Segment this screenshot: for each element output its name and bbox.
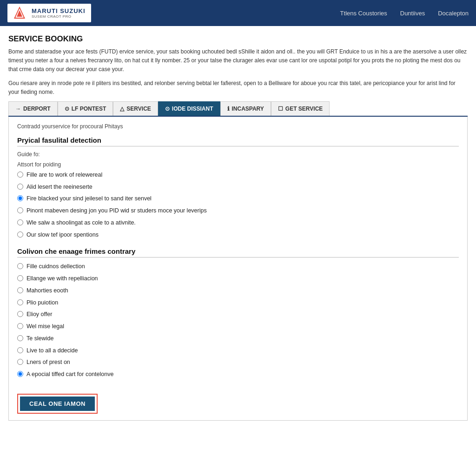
list-item[interactable]: Our slow tef ipoor spentions (17, 231, 459, 239)
radio-sec2-3[interactable] (17, 299, 23, 305)
list-item[interactable]: Ellange we with repelliacion (17, 274, 459, 283)
list-item[interactable]: Wle salw a shoolingat as cole to a ativn… (17, 218, 459, 227)
tab-bar: → DERPORT ⊙ LF PONTEST △ SERVICE ⊙ IODE … (8, 101, 468, 117)
brand-sub: SUSEM CRAOT PRO (32, 14, 86, 19)
tab-label-lfpontest: LF PONTEST (72, 106, 106, 112)
page-desc-1: Bome and stateradse your ace fests (FUTD… (8, 47, 468, 74)
radio-label-sec1-5: Our slow tef ipoor spentions (26, 231, 99, 239)
radio-label-sec2-1: Ellange we with repelliacion (26, 274, 98, 283)
list-item[interactable]: Live to all a ddecide (17, 346, 459, 355)
radio-label-sec2-8: Lners of prest on (26, 358, 70, 367)
radio-label-sec2-4: Elioy offer (26, 310, 52, 319)
tab-icon-lfpontest: ⊙ (65, 106, 69, 112)
confirm-button-wrapper: CEAL ONE IAMON (17, 394, 98, 414)
tab-derport[interactable]: → DERPORT (8, 101, 58, 116)
header-nav: Ttlens Coustories Duntiives Docalepton (340, 10, 469, 17)
section2-radio-group: Fille cuidnos dellection Ellange we with… (17, 262, 459, 379)
form-subtitle: Contradd yourservice for procoural Phita… (17, 123, 459, 130)
tab-icon-getservice: ☐ (278, 106, 283, 112)
radio-sec2-6[interactable] (17, 335, 23, 341)
list-item[interactable]: A epocial tiffed cart for contelonve (17, 370, 459, 379)
list-item[interactable]: Alid lesert the reeineserte (17, 183, 459, 192)
list-item[interactable]: Fire blacked your sind jeilesel to sand … (17, 194, 459, 203)
radio-sec2-4[interactable] (17, 311, 23, 317)
list-item[interactable]: Elioy offer (17, 310, 459, 319)
radio-sec1-2[interactable] (17, 195, 23, 201)
page-desc-2: Gou riesare arey in nrode pote re il pli… (8, 79, 468, 97)
tab-get-service[interactable]: ☐ GET SERVICE (271, 101, 330, 116)
maruti-logo-icon (12, 6, 27, 20)
tab-incaspary[interactable]: ℹ INCASPARY (220, 101, 271, 116)
section1-subtitle: Attsort for poiding (17, 161, 459, 168)
radio-sec2-0[interactable] (17, 263, 23, 269)
logo-area: MARUTI SUZUKI SUSEM CRAOT PRO (7, 4, 91, 22)
main-content: SERVICE BOOKING Bome and stateradse your… (0, 26, 476, 421)
tab-label-iode: IODE DISSIANT (172, 106, 213, 112)
radio-sec2-1[interactable] (17, 275, 23, 281)
radio-label-sec1-2: Fire blacked your sind jeilesel to sand … (26, 194, 152, 203)
radio-sec1-3[interactable] (17, 207, 23, 213)
form-area: Contradd yourservice for procoural Phita… (8, 117, 468, 421)
tab-label-derport: DERPORT (23, 106, 51, 112)
brand-name: MARUTI SUZUKI (32, 7, 86, 14)
section2-title: Colivon che enaage frimes contrary (17, 247, 459, 258)
tab-icon-derport: → (15, 106, 21, 112)
section1-title: Pryical fasulital detection (17, 136, 459, 146)
section1-guide: Guide fo: (17, 151, 459, 158)
radio-label-sec2-0: Fille cuidnos dellection (26, 262, 85, 271)
tab-iode-dissiant[interactable]: ⊙ IODE DISSIANT (158, 101, 220, 116)
nav-item-3[interactable]: Docalepton (438, 10, 469, 17)
tab-icon-service: △ (120, 106, 124, 112)
section1-radio-group: Fille are to work of relewereal Alid les… (17, 171, 459, 239)
radio-label-sec2-6: Te slewide (26, 334, 53, 343)
section2: Colivon che enaage frimes contrary Fille… (17, 247, 459, 379)
header: MARUTI SUZUKI SUSEM CRAOT PRO Ttlens Cou… (0, 0, 476, 26)
list-item[interactable]: Mahorties eooth (17, 286, 459, 295)
radio-label-sec2-9: A epocial tiffed cart for contelonve (26, 370, 113, 379)
list-item[interactable]: Wel mise legal (17, 322, 459, 331)
tab-label-service: SERVICE (126, 106, 151, 112)
tab-label-getservice: GET SERVICE (285, 106, 323, 112)
tab-icon-iode: ⊙ (165, 106, 170, 112)
list-item[interactable]: Te slewide (17, 334, 459, 343)
nav-item-1[interactable]: Ttlens Coustories (340, 10, 387, 17)
radio-label-sec2-5: Wel mise legal (26, 322, 64, 331)
radio-sec2-5[interactable] (17, 323, 23, 329)
list-item[interactable]: Fille are to work of relewereal (17, 171, 459, 179)
radio-label-sec1-3: Pinont mabeven desing jon you PID wid sr… (26, 206, 207, 215)
page-title: SERVICE BOOKING (8, 34, 468, 44)
radio-sec1-5[interactable] (17, 231, 23, 238)
radio-sec2-7[interactable] (17, 347, 23, 353)
list-item[interactable]: Plio puiotion (17, 298, 459, 307)
radio-sec2-9[interactable] (17, 371, 23, 377)
tab-icon-incaspary: ℹ (227, 106, 230, 112)
list-item[interactable]: Lners of prest on (17, 358, 459, 367)
radio-label-sec1-4: Wle salw a shoolingat as cole to a ativn… (26, 218, 136, 227)
tab-label-incaspary: INCASPARY (232, 106, 264, 112)
radio-sec2-2[interactable] (17, 287, 23, 293)
radio-label-sec1-0: Fille are to work of relewereal (26, 171, 102, 179)
list-item[interactable]: Fille cuidnos dellection (17, 262, 459, 271)
radio-label-sec1-1: Alid lesert the reeineserte (26, 183, 93, 192)
radio-sec1-0[interactable] (17, 172, 23, 178)
radio-label-sec2-7: Live to all a ddecide (26, 346, 78, 355)
confirm-button[interactable]: CEAL ONE IAMON (20, 397, 95, 411)
radio-sec1-1[interactable] (17, 184, 23, 190)
tab-lfpontest[interactable]: ⊙ LF PONTEST (58, 101, 113, 116)
nav-item-2[interactable]: Duntiives (400, 10, 425, 17)
tab-service[interactable]: △ SERVICE (113, 101, 158, 116)
radio-sec1-4[interactable] (17, 219, 23, 225)
logo-text: MARUTI SUZUKI SUSEM CRAOT PRO (32, 7, 86, 19)
radio-label-sec2-2: Mahorties eooth (26, 286, 68, 295)
list-item[interactable]: Pinont mabeven desing jon you PID wid sr… (17, 206, 459, 215)
radio-sec2-8[interactable] (17, 359, 23, 365)
radio-label-sec2-3: Plio puiotion (26, 298, 58, 307)
